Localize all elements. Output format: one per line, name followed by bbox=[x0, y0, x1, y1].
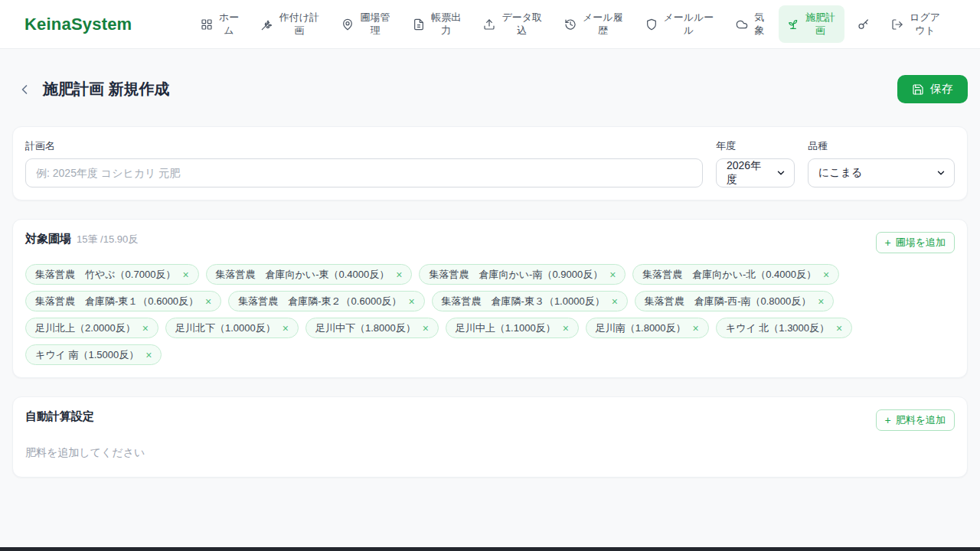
target-fields-title: 対象圃場 bbox=[25, 232, 71, 245]
remove-field-icon[interactable]: × bbox=[836, 323, 842, 334]
field-chip: 集落営農 倉庫隣-東１（0.6000反）× bbox=[25, 291, 221, 311]
remove-field-icon[interactable]: × bbox=[145, 350, 152, 360]
bottom-edge-bar bbox=[0, 547, 980, 551]
plan-form-card: 計画名 年度 2026年度 品種 にこまる bbox=[12, 126, 968, 201]
nav-item-key[interactable] bbox=[849, 12, 878, 37]
variety-field: 品種 にこまる bbox=[808, 139, 955, 187]
field-chip: キウイ 北（1.3000反）× bbox=[716, 318, 852, 338]
remove-field-icon[interactable]: × bbox=[823, 269, 829, 280]
remove-field-icon[interactable]: × bbox=[563, 323, 569, 334]
add-fertilizer-button-label: 肥料を追加 bbox=[896, 413, 946, 427]
nav-item-label: 施肥計画 bbox=[805, 11, 837, 37]
nav-item-label: データ取込 bbox=[501, 11, 543, 37]
variety-select[interactable]: にこまる bbox=[808, 158, 955, 187]
field-chip-label: 足川北下（1.0000反） bbox=[175, 321, 276, 335]
variety-select-value: にこまる bbox=[818, 166, 862, 180]
cloud-icon bbox=[736, 18, 748, 31]
chevron-down-icon bbox=[936, 168, 946, 178]
remove-field-icon[interactable]: × bbox=[182, 269, 188, 280]
nav-item-label: 圃場管理 bbox=[359, 11, 391, 37]
target-fields-heading: 対象圃場15筆 /15.90反 bbox=[25, 232, 138, 246]
plus-icon: + bbox=[885, 415, 891, 425]
add-field-button-label: 圃場を追加 bbox=[896, 236, 946, 249]
main-content: 施肥計画 新規作成 保存 計画名 年度 2026年度 bbox=[0, 49, 980, 478]
field-chip: 足川北下（1.0000反）× bbox=[165, 318, 299, 338]
variety-label: 品種 bbox=[808, 139, 955, 153]
empty-message: 肥料を追加してください bbox=[25, 446, 955, 460]
save-button[interactable]: 保存 bbox=[897, 75, 968, 103]
auto-calc-title: 自動計算設定 bbox=[25, 409, 94, 424]
key-icon bbox=[858, 18, 870, 31]
back-button[interactable] bbox=[17, 82, 32, 97]
page-header: 施肥計画 新規作成 保存 bbox=[12, 49, 968, 126]
nav-item-label: 作付け計画 bbox=[279, 11, 321, 37]
field-chip-list: 集落営農 竹やぶ（0.7000反）×集落営農 倉庫向かい-東（0.4000反）×… bbox=[25, 264, 955, 365]
nav-item-data-import[interactable]: データ取込 bbox=[475, 5, 551, 44]
top-nav: KeinaSystem ホーム 作付け計画 圃場管理 帳票出力 bbox=[0, 0, 980, 49]
year-field: 年度 2026年度 bbox=[716, 139, 795, 187]
remove-field-icon[interactable]: × bbox=[396, 269, 402, 280]
remove-field-icon[interactable]: × bbox=[408, 296, 414, 307]
year-select[interactable]: 2026年度 bbox=[716, 158, 795, 187]
nav-item-field-management[interactable]: 圃場管理 bbox=[333, 5, 400, 44]
nav-item-label: メールルール bbox=[663, 11, 715, 37]
year-label: 年度 bbox=[716, 139, 795, 153]
plan-name-input[interactable] bbox=[25, 158, 703, 187]
document-icon bbox=[413, 18, 425, 31]
upload-icon bbox=[483, 18, 495, 31]
field-chip-label: 集落営農 倉庫隣-西-南（0.8000反） bbox=[645, 295, 811, 308]
target-fields-card: 対象圃場15筆 /15.90反 + 圃場を追加 集落営農 竹やぶ（0.7000反… bbox=[12, 219, 968, 378]
field-chip: 集落営農 倉庫隣-西-南（0.8000反）× bbox=[635, 291, 835, 311]
brand-logo[interactable]: KeinaSystem bbox=[24, 15, 132, 34]
plan-name-field: 計画名 bbox=[25, 139, 703, 187]
remove-field-icon[interactable]: × bbox=[609, 269, 616, 280]
field-chip: キウイ 南（1.5000反）× bbox=[25, 344, 162, 365]
nav-item-report-output[interactable]: 帳票出力 bbox=[404, 5, 471, 44]
nav-item-cropping-plan[interactable]: 作付け計画 bbox=[253, 5, 329, 44]
plan-name-label: 計画名 bbox=[25, 139, 703, 153]
remove-field-icon[interactable]: × bbox=[142, 323, 149, 334]
chevron-down-icon bbox=[776, 168, 786, 178]
nav-item-weather[interactable]: 気象 bbox=[727, 5, 774, 44]
field-chip-label: 集落営農 倉庫隣-東２（0.6000反） bbox=[238, 295, 401, 308]
field-chip-label: 集落営農 倉庫隣-東１（0.6000反） bbox=[35, 295, 198, 308]
field-chip: 集落営農 倉庫向かい-東（0.4000反）× bbox=[206, 264, 413, 285]
remove-field-icon[interactable]: × bbox=[612, 296, 618, 307]
nav-item-label: 気象 bbox=[753, 11, 766, 37]
save-icon bbox=[912, 83, 924, 96]
field-chip: 集落営農 倉庫隣-東３（1.0000反）× bbox=[432, 291, 628, 311]
add-fertilizer-button[interactable]: + 肥料を追加 bbox=[876, 409, 956, 431]
nav-item-logout[interactable]: ログアウト bbox=[883, 5, 949, 44]
nav-item-label: メール履歴 bbox=[582, 11, 624, 37]
add-field-button[interactable]: + 圃場を追加 bbox=[876, 232, 956, 253]
remove-field-icon[interactable]: × bbox=[205, 296, 211, 307]
field-chip-label: 足川北上（2.0000反） bbox=[35, 321, 136, 335]
year-select-value: 2026年度 bbox=[727, 159, 769, 187]
remove-field-icon[interactable]: × bbox=[283, 323, 289, 334]
history-icon bbox=[564, 18, 577, 31]
field-chip: 足川北上（2.0000反）× bbox=[25, 318, 158, 338]
page-title: 施肥計画 新規作成 bbox=[43, 79, 170, 99]
field-chip-label: 集落営農 倉庫向かい-北（0.4000反） bbox=[642, 268, 816, 282]
nav-item-label: ホーム bbox=[218, 11, 239, 37]
nav-item-mail-rules[interactable]: メールルール bbox=[637, 5, 724, 44]
field-chip-label: 集落営農 倉庫向かい-東（0.4000反） bbox=[216, 268, 390, 282]
nav-item-fertilization-plan[interactable]: 施肥計画 bbox=[779, 5, 845, 44]
nav-item-label: 帳票出力 bbox=[430, 11, 462, 37]
map-pin-icon bbox=[341, 18, 354, 31]
plus-icon: + bbox=[885, 237, 891, 248]
nav-item-mail-history[interactable]: メール履歴 bbox=[556, 5, 632, 44]
field-chip: 集落営農 倉庫隣-東２（0.6000反）× bbox=[228, 291, 424, 311]
field-chip-label: キウイ 南（1.5000反） bbox=[35, 348, 139, 362]
field-chip-label: 集落営農 倉庫隣-東３（1.0000反） bbox=[442, 295, 605, 308]
nav-item-home[interactable]: ホーム bbox=[192, 5, 247, 44]
field-chip-label: 集落営農 倉庫向かい-南（0.9000反） bbox=[429, 268, 603, 282]
field-chip-label: 足川中上（1.1000反） bbox=[456, 321, 556, 335]
field-chip: 集落営農 竹やぶ（0.7000反）× bbox=[25, 264, 199, 285]
remove-field-icon[interactable]: × bbox=[423, 323, 429, 334]
remove-field-icon[interactable]: × bbox=[693, 323, 699, 334]
remove-field-icon[interactable]: × bbox=[818, 296, 824, 307]
field-chip: 足川南（1.8000反）× bbox=[586, 318, 709, 338]
field-chip-label: キウイ 北（1.3000反） bbox=[726, 321, 829, 335]
shield-icon bbox=[645, 18, 658, 31]
